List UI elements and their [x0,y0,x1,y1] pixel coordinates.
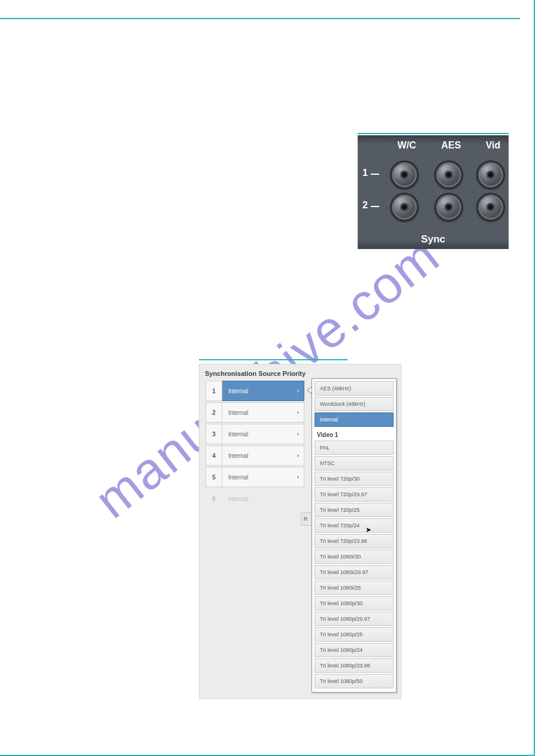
sync-source-option[interactable]: Tri level 1080p/25 [315,627,394,642]
bnc-connector-icon [434,160,463,189]
chevron-right-icon: › [297,388,299,394]
hw-row-label-1: 1 [362,168,368,178]
priority-index: 6 [205,488,222,509]
sync-source-option[interactable]: AES (48kHz) [315,381,394,396]
hw-col-label-wc: W/C [389,140,425,151]
chevron-right-icon: › [297,453,299,459]
figure-divider [199,359,347,360]
sync-source-option[interactable]: Tri level 1080p/29.97 [315,612,394,626]
sync-source-flyout-menu: AES (48kHz)Wordclock (48kHz)InternalVide… [312,378,397,693]
priority-value[interactable]: Internal› [222,445,304,466]
priority-list: 1Internal›2Internal›3Internal›4Internal›… [205,381,304,510]
priority-row[interactable]: 3Internal› [205,424,304,444]
priority-value-label: Internal [228,431,248,438]
sync-source-option[interactable]: Wordclock (48kHz) [315,397,394,411]
priority-value[interactable]: Internal› [222,381,304,401]
hw-row-dash-2 [371,206,379,207]
sync-priority-panel: Synchronisation Source Priority 1Interna… [199,364,401,699]
top-divider [0,18,520,19]
sync-source-option[interactable]: Tri level 720p/30 [315,472,394,486]
hw-col-label-vid: Vid [475,140,511,151]
chevron-right-icon: › [297,409,299,415]
sync-source-option[interactable]: Internal [315,412,394,427]
bnc-connector-icon [476,160,505,189]
hardware-sync-panel-figure: W/C AES Vid 1 2 Sync [358,133,509,249]
flyout-section-header: Video 1 [315,428,394,441]
priority-index: 1 [205,381,222,401]
hardware-sync-panel-image: W/C AES Vid 1 2 Sync [358,135,509,249]
sync-priority-screenshot-figure: Synchronisation Source Priority 1Interna… [199,359,401,699]
priority-value-label: Internal [228,409,248,416]
priority-value-label: Internal [228,388,248,394]
bnc-connector-icon [476,193,505,221]
sync-source-option[interactable]: Tri level 1080i/25 [315,581,394,595]
priority-value[interactable]: Internal› [222,424,304,444]
hw-row-dash-1 [371,174,379,175]
sync-source-option[interactable]: Tri level 1080p/23.98 [315,658,394,673]
priority-index: 5 [205,467,222,487]
priority-value[interactable]: Internal› [222,402,304,423]
priority-row[interactable]: 1Internal› [205,381,304,401]
bnc-connector-icon [390,193,419,221]
sync-source-option[interactable]: Tri level 720p/29.97 [315,487,394,502]
priority-row[interactable]: 5Internal› [205,467,304,487]
sync-source-option[interactable]: Tri level 720p/23.98 [315,534,394,548]
priority-row: 6Internal [205,488,304,509]
sync-source-option[interactable]: Tri level 1080p/50 [315,674,394,688]
chevron-right-icon: › [297,431,299,437]
sync-source-option[interactable]: Tri level 720p/24 [315,518,394,533]
sync-source-option[interactable]: NTSC [315,456,394,470]
sync-source-option[interactable]: Tri level 1080i/30 [315,549,394,564]
priority-value-label: Internal [228,496,248,502]
priority-index: 2 [205,402,222,423]
sync-source-option[interactable]: Tri level 1080p/24 [315,643,394,657]
figure-divider [358,133,509,134]
sync-source-option[interactable]: Tri level 1080p/30 [315,596,394,611]
priority-value-label: Internal [228,474,248,481]
bnc-connector-icon [434,193,463,221]
priority-value: Internal [222,488,304,509]
page: manualshive.com W/C AES Vid 1 2 Sync Syn… [0,0,535,756]
sync-source-option[interactable]: PAL [315,441,394,455]
caret-left-icon [307,387,312,394]
bnc-connector-icon [390,160,419,189]
priority-value-label: Internal [228,453,248,459]
priority-value[interactable]: Internal› [222,467,304,487]
priority-index: 3 [205,424,222,444]
hw-sync-label: Sync [358,233,509,245]
reset-button-fragment[interactable]: R [301,512,312,526]
chevron-right-icon: › [297,474,299,480]
priority-row[interactable]: 4Internal› [205,445,304,466]
hw-col-label-aes: AES [433,140,469,151]
hw-row-label-2: 2 [362,200,368,211]
sync-priority-title: Synchronisation Source Priority [205,370,306,377]
priority-index: 4 [205,445,222,466]
priority-row[interactable]: 2Internal› [205,402,304,423]
sync-source-option[interactable]: Tri level 720p/25 [315,503,394,517]
sync-source-option[interactable]: Tri level 1080i/29.97 [315,565,394,579]
